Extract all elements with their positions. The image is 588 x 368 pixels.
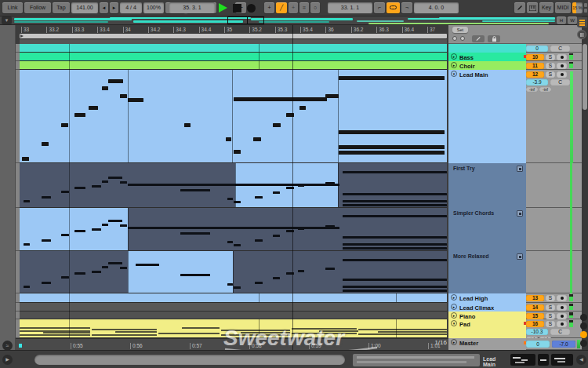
midi-note (108, 262, 122, 264)
automation-radio-1[interactable] (452, 36, 457, 41)
solo-button[interactable]: S (546, 321, 555, 327)
loop-brace[interactable] (20, 34, 447, 38)
clip-handle[interactable] (16, 70, 20, 163)
choir-row[interactable] (20, 61, 447, 70)
clip-preview-3[interactable] (551, 354, 573, 366)
unfold-track-button[interactable]: ▾ (451, 320, 457, 326)
clip-handle[interactable] (16, 251, 20, 293)
unfold-track-button[interactable]: ▾ (451, 71, 457, 77)
track-number-badge[interactable]: 10 (526, 54, 544, 60)
clip-segment[interactable] (128, 251, 233, 293)
section-toggle-3[interactable] (580, 331, 587, 338)
zoom-height-button[interactable]: H (557, 16, 566, 24)
unfold-track-button[interactable]: ▸ (451, 294, 457, 301)
arm-button[interactable] (557, 304, 567, 311)
unfold-track-button[interactable]: ▸ (451, 304, 457, 310)
arm-button[interactable] (557, 63, 567, 69)
clip-preview-button[interactable]: ▶ (2, 355, 13, 365)
header-lock-button[interactable] (488, 35, 500, 42)
first-try-row[interactable] (20, 163, 447, 208)
unfold-track-button[interactable]: ▸ (451, 312, 457, 319)
mixer-view-toggle[interactable] (577, 17, 587, 27)
lead-high-row[interactable] (20, 293, 447, 303)
midi-note (61, 123, 68, 127)
clip-handle[interactable] (16, 53, 20, 61)
automation-radio-2[interactable] (460, 36, 465, 41)
solo-button[interactable]: S (546, 71, 555, 78)
track-pan-field[interactable]: C (550, 46, 570, 52)
arrangement-overview[interactable]: ▼ H W (0, 16, 588, 25)
clip-preview-2[interactable] (538, 354, 549, 366)
lead-climax-row[interactable] (20, 303, 447, 312)
clip-handle[interactable] (16, 208, 20, 251)
bar-label: 33.3 (72, 27, 85, 33)
clip-segment[interactable] (20, 44, 447, 53)
unfold-track-button[interactable]: ▸ (451, 53, 457, 60)
hide-info-button[interactable]: ◀ (576, 355, 586, 365)
clip-preview-1[interactable] (510, 354, 535, 366)
track-number-badge[interactable]: 15 (526, 313, 544, 319)
solo-button[interactable]: S (546, 313, 555, 319)
track-number-badge[interactable]: 11 (526, 63, 544, 69)
clip-segment[interactable] (20, 293, 447, 303)
io-section-toggle[interactable] (577, 30, 586, 39)
clip-handle[interactable] (16, 319, 20, 338)
arm-button[interactable] (557, 321, 567, 327)
send-field[interactable]: -inf (539, 87, 551, 92)
cue-volume-field[interactable]: -7.0 (552, 341, 575, 348)
section-toggle-2[interactable] (580, 322, 587, 330)
zoom-width-button[interactable]: W (568, 16, 577, 24)
solo-button[interactable]: S (546, 54, 555, 60)
partial-track-row[interactable] (20, 44, 447, 53)
simpler-chords-row[interactable] (20, 208, 447, 251)
clip-handle[interactable] (16, 44, 20, 53)
clip-segment[interactable] (20, 53, 447, 61)
clip-segment[interactable] (20, 303, 447, 312)
clip-segment[interactable] (20, 208, 128, 251)
track-volume-field[interactable]: -10.3 (526, 329, 548, 335)
bass-row[interactable] (20, 53, 447, 61)
track-volume-field[interactable]: -3.9 (526, 79, 548, 86)
header-draw-button[interactable] (472, 35, 485, 42)
track-number-badge[interactable]: 13 (526, 295, 544, 301)
unfold-track-button[interactable]: ▸ (451, 62, 457, 68)
clip-handle[interactable] (16, 303, 20, 312)
take-lane-icon[interactable] (517, 253, 523, 260)
master-volume-field[interactable]: 0 (526, 341, 550, 348)
piano-row[interactable] (20, 312, 447, 319)
clip-handle[interactable] (16, 163, 20, 208)
solo-button[interactable]: S (546, 304, 555, 311)
section-toggle-4[interactable] (580, 340, 587, 347)
track-title-button[interactable] (448, 44, 526, 53)
track-number-badge[interactable]: 16 (526, 321, 544, 327)
take-lane-icon[interactable] (517, 210, 523, 217)
track-volume-field[interactable]: 0 (526, 46, 548, 52)
clip-handle[interactable] (16, 312, 20, 319)
vertical-scrollbar[interactable] (583, 44, 587, 110)
clip-handle[interactable] (16, 61, 20, 70)
track-pan-field[interactable]: C (550, 329, 570, 335)
solo-button[interactable]: S (546, 63, 555, 69)
solo-button[interactable]: S (546, 295, 555, 301)
lead-main-row[interactable] (20, 70, 447, 163)
section-toggle-1[interactable] (580, 314, 587, 321)
arm-button[interactable] (557, 54, 567, 60)
set-button[interactable]: Set (452, 27, 468, 33)
track-title-button[interactable] (448, 70, 526, 163)
track-number-badge[interactable]: 14 (526, 304, 544, 311)
midi-note (74, 113, 85, 117)
send-field[interactable]: -inf (526, 87, 538, 92)
clip-segment[interactable] (20, 251, 128, 293)
arm-button[interactable] (557, 71, 567, 78)
overview-viewport-box[interactable] (227, 16, 264, 24)
arm-button[interactable] (557, 313, 567, 319)
take-lane-icon[interactable] (517, 166, 523, 172)
more-relaxed-row[interactable] (20, 251, 447, 293)
arm-button[interactable] (557, 295, 567, 301)
track-number-badge[interactable]: 12 (526, 71, 544, 78)
clip-handle[interactable] (16, 293, 20, 303)
track-pan-field[interactable]: C (550, 79, 570, 86)
clip-segment[interactable] (20, 61, 447, 70)
unfold-track-button[interactable]: ▸ (451, 339, 457, 345)
clip-segment[interactable] (20, 312, 447, 319)
